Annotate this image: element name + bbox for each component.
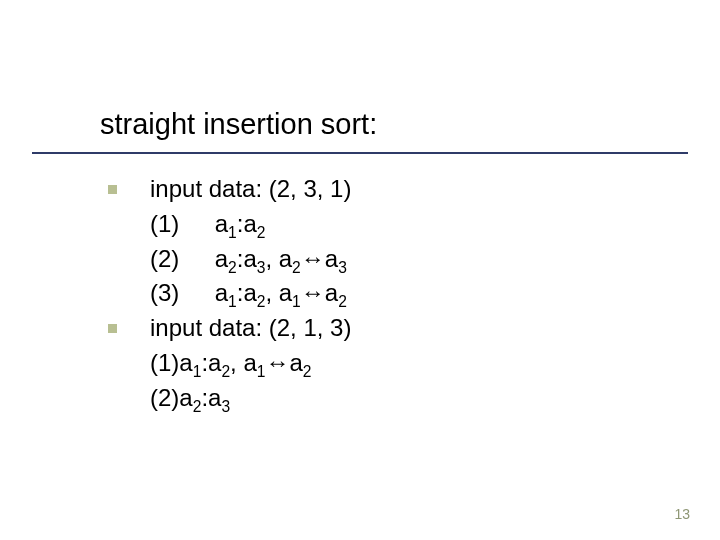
bullet-2-header-text: input data: (2, 1, 3) xyxy=(150,311,351,346)
title-underline xyxy=(32,152,688,154)
slide-title: straight insertion sort: xyxy=(100,108,377,141)
slide: straight insertion sort: input data: (2,… xyxy=(0,0,720,540)
step-text: a1:a2, a1↔a2 xyxy=(215,279,347,306)
bullet-1-header: input data: (2, 3, 1) xyxy=(108,172,351,207)
bullet-2-header: input data: (2, 1, 3) xyxy=(108,311,351,346)
slide-body: input data: (2, 3, 1) (1) a1:a2 (2) a2:a… xyxy=(108,172,351,416)
step-text: a2:a3, a2↔a3 xyxy=(215,245,347,272)
step-text: a1:a2 xyxy=(215,210,266,237)
bullet-icon xyxy=(108,172,150,194)
bullet-2-step-1: (1)a1:a2, a1↔a2 xyxy=(108,346,351,381)
bullet-icon xyxy=(108,311,150,333)
step-num: (1) xyxy=(150,349,179,376)
bullet-2-step-2: (2)a2:a3 xyxy=(108,381,351,416)
step-num: (2) xyxy=(150,242,208,277)
page-number: 13 xyxy=(674,506,690,522)
step-num: (3) xyxy=(150,276,208,311)
bullet-1-header-text: input data: (2, 3, 1) xyxy=(150,172,351,207)
bullet-1-step-3: (3) a1:a2, a1↔a2 xyxy=(108,276,351,311)
step-num: (2) xyxy=(150,384,179,411)
bullet-1-step-2: (2) a2:a3, a2↔a3 xyxy=(108,242,351,277)
step-num: (1) xyxy=(150,207,208,242)
bullet-1-step-1: (1) a1:a2 xyxy=(108,207,351,242)
step-text: a2:a3 xyxy=(179,384,230,411)
step-text: a1:a2, a1↔a2 xyxy=(179,349,311,376)
